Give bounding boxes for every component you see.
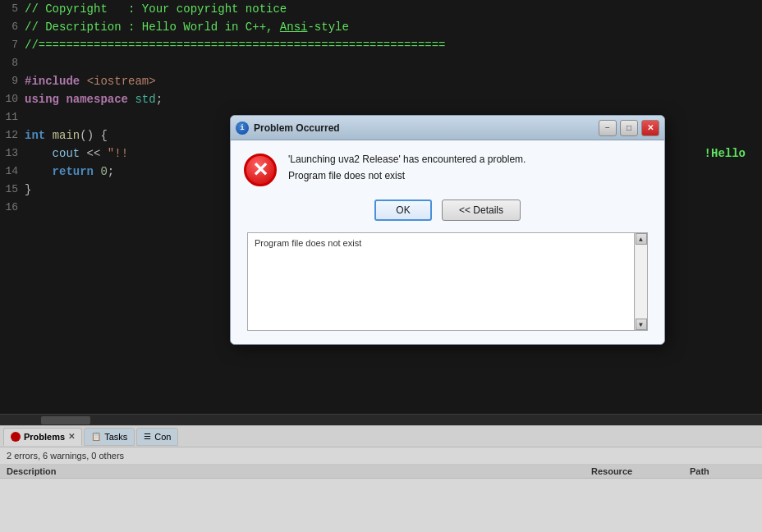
dialog-titlebar: i Problem Occurred − □ ✕ bbox=[231, 116, 664, 140]
details-button[interactable]: << Details bbox=[442, 200, 521, 221]
dialog-details-area: Program file does not exist ▲ ▼ bbox=[247, 232, 648, 331]
details-text-content: Program file does not exist bbox=[248, 233, 634, 330]
dialog-controls: − □ ✕ bbox=[599, 120, 659, 136]
error-circle: ✕ bbox=[244, 154, 277, 186]
dialog-buttons: OK << Details bbox=[244, 200, 651, 221]
dialog-body: ✕ 'Launching uva2 Release' has encounter… bbox=[231, 140, 664, 344]
minimize-button[interactable]: − bbox=[599, 120, 617, 136]
dialog-small-icon: i bbox=[236, 122, 249, 135]
close-button[interactable]: ✕ bbox=[641, 120, 659, 136]
details-scrollbar[interactable]: ▲ ▼ bbox=[634, 233, 647, 330]
problem-dialog: i Problem Occurred − □ ✕ ✕ 'Launching bbox=[230, 115, 665, 345]
dialog-title-left: i Problem Occurred bbox=[236, 122, 340, 135]
dialog-message-title: 'Launching uva2 Release' has encountered… bbox=[288, 154, 651, 165]
maximize-button[interactable]: □ bbox=[620, 120, 638, 136]
dialog-overlay: i Problem Occurred − □ ✕ ✕ 'Launching bbox=[0, 0, 762, 532]
error-x-symbol: ✕ bbox=[252, 160, 269, 180]
scroll-up-arrow[interactable]: ▲ bbox=[636, 233, 647, 245]
dialog-main-row: ✕ 'Launching uva2 Release' has encounter… bbox=[244, 154, 651, 186]
dialog-title-text: Problem Occurred bbox=[254, 122, 340, 134]
ok-button[interactable]: OK bbox=[374, 200, 432, 221]
scroll-track[interactable] bbox=[636, 245, 647, 319]
scroll-down-arrow[interactable]: ▼ bbox=[636, 319, 647, 330]
error-icon: ✕ bbox=[244, 154, 277, 186]
dialog-message: 'Launching uva2 Release' has encountered… bbox=[288, 154, 651, 181]
dialog-message-detail: Program file does not exist bbox=[288, 170, 651, 181]
